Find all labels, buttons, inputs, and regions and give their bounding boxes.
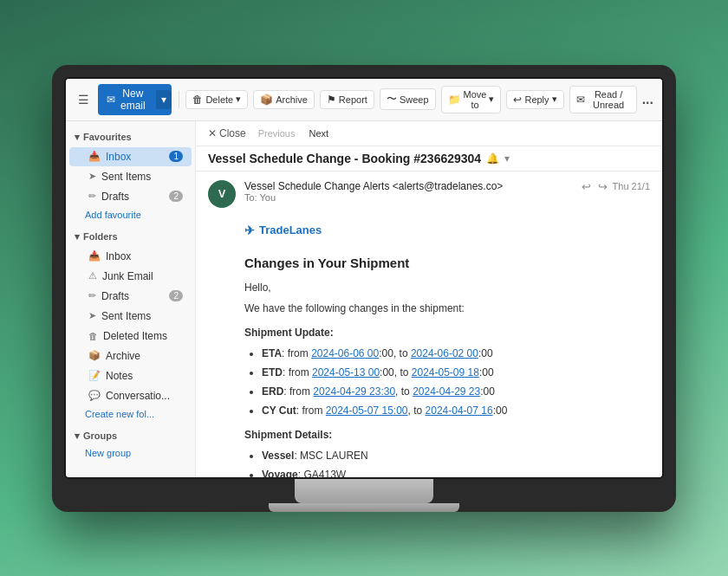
folder-inbox-label: Inbox — [106, 250, 131, 262]
delete-icon: 🗑 — [192, 94, 203, 106]
folder-sent[interactable]: ➤ Sent Items — [69, 307, 192, 326]
from-to: To: You — [244, 192, 573, 203]
screen: ☰ ✉ New email ▾ 🗑 Delete ▾ 📦 Archive — [64, 77, 664, 479]
groups-chevron-icon: ▾ — [75, 430, 80, 442]
folders-chevron-icon: ▾ — [75, 231, 80, 243]
more-button[interactable]: ... — [642, 92, 653, 107]
new-email-label: New email — [119, 87, 147, 112]
list-item: ETA: from 2024-06-06 00:00, to 2024-06-0… — [262, 346, 650, 361]
readunread-label: Read / Unread — [588, 89, 630, 110]
inbox-badge: 1 — [169, 151, 183, 162]
folder-drafts-badge: 2 — [169, 290, 183, 301]
tradelanes-logo-icon: ✈ — [244, 222, 255, 240]
close-label: Close — [219, 127, 246, 139]
new-email-dropdown[interactable]: ▾ — [156, 90, 172, 109]
moveto-dropdown[interactable]: ▾ — [489, 94, 494, 105]
moveto-button[interactable]: 📁 Move to ▾ — [441, 86, 502, 113]
shipment-details-title: Shipment Details: — [244, 427, 650, 443]
inbox-label: Inbox — [106, 151, 131, 163]
email-body: V Vessel Schedule Change Alerts <alerts@… — [196, 172, 662, 477]
compose-icon: ✉ — [107, 94, 115, 106]
forward-top-icon[interactable]: ↪ — [598, 180, 608, 193]
archive-button[interactable]: 📦 Archive — [253, 90, 315, 109]
nav-buttons: Previous Next — [255, 126, 332, 140]
folder-junk[interactable]: ⚠ Junk Email — [69, 267, 192, 286]
from-name: Vessel Schedule Change Alerts <alerts@tr… — [244, 180, 573, 192]
email-greeting: Hello, — [244, 280, 650, 295]
add-favourite-link[interactable]: Add favourite — [66, 207, 195, 223]
list-item: ERD: from 2024-04-29 23:30, to 2024-04-2… — [262, 384, 650, 399]
email-date-text: Thu 21/1 — [613, 181, 650, 191]
monitor-stand — [295, 479, 433, 503]
readunread-button[interactable]: ✉ Read / Unread — [569, 86, 637, 113]
email-from-block: Vessel Schedule Change Alerts <alerts@tr… — [244, 180, 573, 203]
hamburger-icon[interactable]: ☰ — [75, 91, 93, 108]
email-view-header: ✕ Close Previous Next — [196, 121, 662, 146]
new-email-button[interactable]: ✉ New email ▾ — [98, 84, 172, 115]
shipment-update-title: Shipment Update: — [244, 325, 650, 340]
monitor: ☰ ✉ New email ▾ 🗑 Delete ▾ 📦 Archive — [52, 65, 676, 512]
sent-icon: ➤ — [88, 171, 96, 182]
create-new-folder-link[interactable]: Create new fol... — [66, 406, 195, 422]
favourites-section[interactable]: ▾ Favourites — [66, 128, 195, 146]
folders-label: Folders — [83, 231, 118, 242]
tradelanes-logo: ✈ TradeLanes — [244, 222, 650, 240]
folder-deleted[interactable]: 🗑 Deleted Items — [69, 327, 192, 346]
groups-section[interactable]: ▾ Groups — [66, 427, 195, 445]
reply-button[interactable]: ↩ Reply ▾ — [506, 90, 563, 109]
delete-dropdown[interactable]: ▾ — [236, 94, 241, 105]
sidebar-item-inbox[interactable]: 📥 Inbox 1 — [69, 147, 192, 166]
archive-icon: 📦 — [260, 94, 273, 106]
folder-notes-label: Notes — [106, 370, 133, 382]
email-content: ✈ TradeLanes Changes in Your Shipment He… — [196, 217, 662, 477]
sent-items-label: Sent Items — [101, 171, 151, 183]
folder-conv-icon: 💬 — [88, 390, 101, 401]
email-intro: We have the following changes in the shi… — [244, 301, 650, 316]
folder-junk-icon: ⚠ — [88, 270, 97, 282]
sweep-icon: 〜 — [387, 92, 397, 107]
main-content: ▾ Favourites 📥 Inbox 1 ➤ Sent Items ✏ — [66, 121, 662, 477]
sweep-button[interactable]: 〜 Sweep — [380, 88, 436, 110]
folder-sent-icon: ➤ — [88, 310, 96, 321]
toolbar: ☰ ✉ New email ▾ 🗑 Delete ▾ 📦 Archive — [66, 79, 662, 121]
email-heading: Changes in Your Shipment — [244, 254, 650, 274]
moveto-label: Move to — [464, 89, 487, 110]
folder-inbox[interactable]: 📥 Inbox — [69, 247, 192, 266]
folders-section[interactable]: ▾ Folders — [66, 228, 195, 246]
favourites-label: Favourites — [83, 132, 132, 142]
sidebar-item-sent[interactable]: ➤ Sent Items — [69, 167, 192, 186]
shipment-details-list: Vessel: MSC LAUREN Voyage: GA413W Carrie… — [244, 448, 650, 477]
folder-sent-label: Sent Items — [101, 310, 151, 322]
email-subject: Vessel Schedule Change - Booking #236629… — [208, 152, 481, 165]
list-item: Vessel: MSC LAUREN — [262, 448, 650, 463]
reply-top-icon[interactable]: ↩ — [582, 180, 591, 193]
folder-notes[interactable]: 📝 Notes — [69, 366, 192, 385]
drafts-badge: 2 — [169, 191, 183, 202]
report-icon: ⚑ — [327, 94, 336, 106]
next-button[interactable]: Next — [305, 126, 332, 140]
folder-archive[interactable]: 📦 Archive — [69, 346, 192, 366]
sidebar-item-drafts[interactable]: ✏ Drafts 2 — [69, 187, 192, 206]
subject-dropdown-icon[interactable]: ▾ — [504, 152, 510, 165]
close-icon: ✕ — [208, 127, 217, 139]
report-button[interactable]: ⚑ Report — [320, 90, 374, 109]
subject-bell-icon[interactable]: 🔔 — [486, 152, 499, 165]
folder-drafts-icon: ✏ — [88, 290, 96, 301]
reply-dropdown[interactable]: ▾ — [552, 94, 557, 105]
delete-button[interactable]: 🗑 Delete ▾ — [185, 90, 248, 109]
reply-label: Reply — [524, 94, 549, 105]
report-label: Report — [339, 94, 367, 105]
groups-label: Groups — [83, 430, 117, 441]
close-button[interactable]: ✕ Close — [208, 127, 246, 139]
previous-button[interactable]: Previous — [255, 126, 299, 140]
folder-deleted-label: Deleted Items — [103, 330, 167, 342]
folder-archive-icon: 📦 — [88, 350, 101, 361]
archive-label: Archive — [276, 94, 308, 105]
folder-conversations[interactable]: 💬 Conversatio... — [69, 386, 192, 405]
toolbar-separator — [179, 91, 179, 108]
avatar: V — [208, 180, 236, 208]
folder-drafts[interactable]: ✏ Drafts 2 — [69, 287, 192, 306]
email-view: ✕ Close Previous Next Vessel Schedule Ch… — [196, 121, 662, 477]
folder-archive-label: Archive — [106, 350, 140, 362]
new-group-link[interactable]: New group — [66, 445, 195, 461]
